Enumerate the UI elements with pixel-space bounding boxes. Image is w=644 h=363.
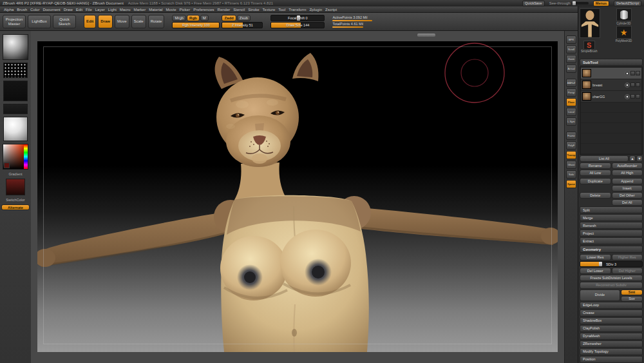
polypaint-toggle-icon[interactable] <box>630 94 635 99</box>
menu-item[interactable]: Document <box>43 8 60 12</box>
focal-shift-slider[interactable]: Focal Shift 0 <box>270 15 325 21</box>
canvas-area[interactable] <box>31 31 564 363</box>
right-shelf-icon[interactable]: Persp <box>566 88 576 97</box>
projection-master-button[interactable]: Projection Master <box>3 15 26 28</box>
subtool-empty-slot[interactable] <box>581 133 641 143</box>
menu-item[interactable]: Color <box>30 8 39 12</box>
alpha-thumbnail[interactable] <box>3 81 28 101</box>
menu-item[interactable]: Marker <box>133 8 146 12</box>
simplebrush-tool-thumbnail[interactable]: S <box>583 41 595 50</box>
right-shelf-icon[interactable]: Local <box>566 108 576 116</box>
right-shelf-icon[interactable]: Solo <box>566 170 576 179</box>
hue-strip[interactable] <box>24 144 28 169</box>
m-button[interactable]: M <box>200 15 209 22</box>
geometry-section-header[interactable]: Geometry <box>580 246 643 253</box>
menu-item[interactable]: Edit <box>76 8 82 12</box>
menu-item[interactable]: Picker <box>180 8 191 12</box>
subtool-row[interactable] <box>581 68 641 79</box>
subtool-subsection-bar[interactable]: Remesh <box>580 222 643 229</box>
delete-button[interactable]: Delete <box>580 192 611 199</box>
geometry-subsection-bar[interactable]: Crease <box>580 309 643 317</box>
color-picker[interactable] <box>3 144 28 170</box>
subtool-row[interactable]: breast <box>581 79 641 90</box>
polypaint-toggle-icon[interactable] <box>630 71 635 75</box>
draw-button[interactable]: Draw <box>98 15 113 28</box>
reconstruct-subdiv-button[interactable]: Reconstruct Subdiv <box>580 282 643 288</box>
menu-item[interactable]: Movie <box>166 8 176 12</box>
draw-size-slider[interactable]: Draw Size 144 <box>270 22 325 28</box>
cylinder3d-tool-thumbnail[interactable] <box>616 8 632 21</box>
rgb-button[interactable]: Rgb <box>187 15 200 22</box>
right-shelf-icon[interactable]: Scroll <box>566 45 576 54</box>
alternate-button[interactable]: Alternate <box>1 204 30 210</box>
menu-item[interactable]: Stencil <box>233 8 245 12</box>
zsub-button[interactable]: Zsub <box>237 15 251 22</box>
menu-item[interactable]: File <box>86 8 92 12</box>
move-button[interactable]: Move <box>115 15 129 28</box>
subtool-subsection-bar[interactable]: Split <box>580 206 643 213</box>
visibility-eye-icon[interactable] <box>625 94 630 99</box>
menu-item[interactable]: Layer <box>95 8 105 12</box>
right-shelf-icon[interactable]: Frame <box>566 132 576 140</box>
subtool-row[interactable]: charGG <box>581 91 641 102</box>
mask-toggle-icon[interactable] <box>636 71 640 75</box>
mrgb-button[interactable]: Mrgb <box>172 15 186 22</box>
subtool-subsection-bar[interactable]: Project <box>580 230 643 237</box>
polypaint-toggle-icon[interactable] <box>630 83 635 87</box>
stroke-thumbnail[interactable] <box>3 63 28 78</box>
edit-button[interactable]: Edit <box>84 15 96 28</box>
geometry-subsection-bar[interactable]: Position <box>580 356 643 363</box>
right-shelf-icon[interactable]: Actual <box>566 64 576 73</box>
rgb-intensity-slider[interactable]: Rgb Intensity 100 <box>172 22 220 28</box>
sculpt-model-view[interactable] <box>37 41 558 352</box>
right-shelf-icon[interactable]: BPR <box>566 35 576 44</box>
right-shelf-icon[interactable]: Zoom <box>566 55 576 63</box>
subtool-section-header[interactable]: SubTool <box>580 59 643 66</box>
zadd-button[interactable]: Zadd <box>222 15 236 22</box>
right-shelf-icon[interactable]: Transp <box>566 151 576 159</box>
material-thumbnail[interactable] <box>3 117 28 141</box>
menu-item[interactable]: Light <box>108 8 117 12</box>
geometry-subsection-bar[interactable]: EdgeLoop <box>580 302 643 309</box>
visibility-eye-icon[interactable] <box>625 71 630 76</box>
geometry-subsection-bar[interactable]: ClayPolish <box>580 325 643 332</box>
menus-toggle[interactable]: Menus <box>593 1 609 6</box>
menu-item[interactable]: Zscript <box>325 8 337 12</box>
menu-item[interactable]: Stroke <box>248 8 259 12</box>
quicksave-button[interactable]: QuickSave <box>522 1 545 6</box>
current-tool-thumbnail[interactable] <box>580 8 600 38</box>
lower-res-button[interactable]: Lower Res <box>580 254 611 260</box>
geometry-subsection-bar[interactable]: ShadowBox <box>580 317 643 324</box>
menu-item[interactable]: Alpha <box>4 8 14 12</box>
right-shelf-icon[interactable]: Ghost <box>566 161 576 169</box>
all-high-button[interactable]: All High <box>612 170 643 176</box>
polymesh3d-tool-thumbnail[interactable]: ★ <box>616 26 632 39</box>
menu-item[interactable]: Macro <box>120 8 131 12</box>
right-shelf-icon[interactable]: L.Sym <box>566 117 576 126</box>
all-low-button[interactable]: All Low <box>580 170 611 176</box>
see-through-slider[interactable] <box>572 2 589 5</box>
subtool-empty-slot[interactable] <box>581 103 641 112</box>
del-all-button[interactable]: Del All <box>612 199 643 206</box>
subtool-up-button[interactable]: ▲ <box>629 155 636 162</box>
right-shelf-icon[interactable]: Floor <box>566 98 576 106</box>
menu-item[interactable]: Draw <box>64 8 73 12</box>
switchcolor-button[interactable]: SwitchColor <box>6 198 24 202</box>
current-brush-thumbnail[interactable] <box>3 34 28 60</box>
quick-sketch-button[interactable]: Quick Sketch <box>53 15 76 28</box>
scale-button[interactable]: Scale <box>131 15 146 28</box>
smt-toggle[interactable]: Smt <box>621 289 643 295</box>
z-intensity-slider[interactable]: Z Intensity 51 <box>222 22 263 28</box>
gradient-swatch[interactable] <box>6 179 25 195</box>
menu-item[interactable]: Texture <box>263 8 276 12</box>
canvas-scrollbar[interactable] <box>417 34 435 37</box>
geometry-subsection-bar[interactable]: Modify Topology <box>580 348 643 355</box>
menu-item[interactable]: Tool <box>278 8 285 12</box>
autoreorder-button[interactable]: AutoReorder <box>612 162 643 169</box>
menu-item[interactable]: Material <box>149 8 162 12</box>
higher-res-button[interactable]: Higher Res <box>612 254 643 260</box>
document[interactable] <box>37 41 558 352</box>
default-zscript-button[interactable]: DefaultZScript <box>614 1 641 6</box>
freeze-subdivision-button[interactable]: Freeze SubDivision Levels <box>580 275 643 281</box>
append-button[interactable]: Append <box>612 178 643 184</box>
